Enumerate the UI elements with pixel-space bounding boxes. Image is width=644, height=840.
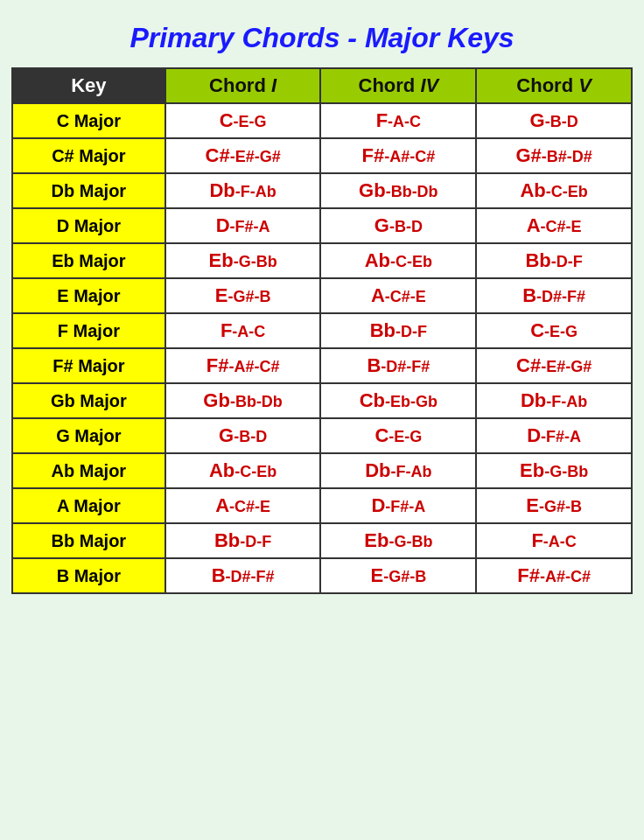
chord5-root: F#	[517, 564, 540, 586]
chord1-root: C#	[206, 144, 230, 166]
chord4-root: Db	[365, 459, 390, 481]
table-row: A MajorA-C#-ED-F#-AE-G#-B	[12, 488, 632, 523]
chord5-rest: -A#-C#	[540, 568, 591, 585]
table-row: C MajorC-E-GF-A-CG-B-D	[12, 103, 632, 138]
chord5-root: D	[527, 424, 541, 446]
table-row: Bb MajorBb-D-FEb-G-BbF-A-C	[12, 523, 632, 558]
chord5-cell: G#-B#-D#	[476, 138, 632, 173]
key-cell: C Major	[12, 103, 165, 138]
chord4-rest: -Eb-Gb	[385, 393, 438, 410]
table-row: F# MajorF#-A#-C#B-D#-F#C#-E#-G#	[12, 348, 632, 383]
key-cell: Gb Major	[12, 383, 165, 418]
chord1-rest: -E#-G#	[230, 148, 281, 165]
chord4-cell: F-A-C	[320, 103, 476, 138]
key-cell: Db Major	[12, 173, 165, 208]
chord1-rest: -B-D	[234, 428, 267, 445]
chord4-cell: G-B-D	[320, 208, 476, 243]
chord5-root: B	[522, 284, 536, 306]
key-cell: Ab Major	[12, 453, 165, 488]
chord4-cell: E-G#-B	[320, 558, 476, 593]
chord5-rest: -G#-B	[539, 498, 582, 515]
table-row: D MajorD-F#-AG-B-DA-C#-E	[12, 208, 632, 243]
chord4-root: Cb	[360, 389, 385, 411]
chord5-rest: -F#-A	[541, 428, 581, 445]
chord1-rest: -Bb-Db	[230, 393, 283, 410]
chord1-cell: B-D#-F#	[165, 558, 321, 593]
chord1-cell: Bb-D-F	[165, 523, 321, 558]
chord5-root: A	[527, 214, 541, 236]
chord4-root: Gb	[359, 179, 386, 201]
chord1-rest: -F-Ab	[235, 183, 276, 200]
chord5-column-header: Chord V	[476, 68, 632, 103]
chord1-rest: -E-G	[234, 113, 267, 130]
chord5-root: F	[531, 529, 542, 551]
chord4-cell: Gb-Bb-Db	[320, 173, 476, 208]
chord1-rest: -G#-B	[228, 288, 270, 305]
chord4-cell: Cb-Eb-Gb	[320, 383, 476, 418]
chord4-column-header: Chord IV	[320, 68, 476, 103]
chord5-rest: -A-C	[543, 533, 577, 550]
chord1-cell: F#-A#-C#	[165, 348, 321, 383]
chord5-cell: C#-E#-G#	[476, 348, 632, 383]
chord4-rest: -B-D	[389, 218, 423, 235]
chord5-root: G#	[515, 144, 541, 166]
key-cell: Bb Major	[12, 523, 165, 558]
chord4-root: B	[367, 354, 381, 376]
chord1-root: E	[215, 284, 228, 306]
chord1-root: Db	[209, 179, 234, 201]
table-header-row: Key Chord I Chord IV Chord V	[12, 68, 632, 103]
chord4-root: Bb	[370, 319, 396, 341]
chord4-cell: B-D#-F#	[320, 348, 476, 383]
chord1-root: B	[212, 564, 226, 586]
chord1-root: G	[219, 424, 234, 446]
chord4-root: Ab	[365, 249, 390, 271]
chord5-cell: Db-F-Ab	[476, 383, 632, 418]
chord5-cell: Bb-D-F	[476, 243, 632, 278]
chord1-root: Eb	[209, 249, 234, 271]
key-cell: A Major	[12, 488, 165, 523]
chord4-root: F	[376, 109, 388, 131]
chord4-rest: -A-C	[388, 113, 421, 130]
chord1-rest: -G-Bb	[234, 253, 277, 270]
chord4-cell: A-C#-E	[320, 278, 476, 313]
chord1-cell: G-B-D	[165, 418, 321, 453]
table-row: B MajorB-D#-F#E-G#-BF#-A#-C#	[12, 558, 632, 593]
key-cell: G Major	[12, 418, 165, 453]
chord5-root: C	[530, 319, 544, 341]
chord1-root: Ab	[209, 459, 234, 481]
key-column-header: Key	[12, 68, 165, 103]
chord5-cell: F#-A#-C#	[476, 558, 632, 593]
chord1-cell: A-C#-E	[165, 488, 321, 523]
chord1-column-header: Chord I	[165, 68, 321, 103]
chord4-root: E	[371, 564, 384, 586]
table-row: C# MajorC#-E#-G#F#-A#-C#G#-B#-D#	[12, 138, 632, 173]
chord1-rest: -C-Eb	[234, 463, 276, 480]
chord5-rest: -E#-G#	[541, 358, 592, 375]
chord4-rest: -F-Ab	[391, 463, 432, 480]
table-body: C MajorC-E-GF-A-CG-B-DC# MajorC#-E#-G#F#…	[12, 103, 632, 593]
chord1-rest: -F#-A	[230, 218, 270, 235]
chord4-root: G	[374, 214, 389, 236]
chord4-rest: -Bb-Db	[386, 183, 438, 200]
chord1-cell: Gb-Bb-Db	[165, 383, 321, 418]
chord1-rest: -D#-F#	[226, 568, 275, 585]
chord5-root: C#	[516, 354, 541, 376]
chord5-cell: A-C#-E	[476, 208, 632, 243]
chord5-rest: -D-F	[551, 253, 583, 270]
chord1-cell: Db-F-Ab	[165, 173, 321, 208]
table-row: Eb MajorEb-G-BbAb-C-EbBb-D-F	[12, 243, 632, 278]
chord1-cell: Ab-C-Eb	[165, 453, 321, 488]
chord5-rest: -C#-E	[541, 218, 582, 235]
chord5-cell: F-A-C	[476, 523, 632, 558]
chord1-rest: -A-C	[232, 323, 265, 340]
chord5-cell: G-B-D	[476, 103, 632, 138]
chord4-cell: D-F#-A	[320, 488, 476, 523]
chord1-cell: Eb-G-Bb	[165, 243, 321, 278]
table-row: G MajorG-B-DC-E-GD-F#-A	[12, 418, 632, 453]
chord4-rest: -G#-B	[383, 568, 426, 585]
chord4-rest: -F#-A	[385, 498, 425, 515]
chord5-rest: -B#-D#	[542, 148, 592, 165]
key-cell: Eb Major	[12, 243, 165, 278]
chord4-rest: -C-Eb	[390, 253, 432, 270]
chord1-rest: -D-F	[240, 533, 271, 550]
